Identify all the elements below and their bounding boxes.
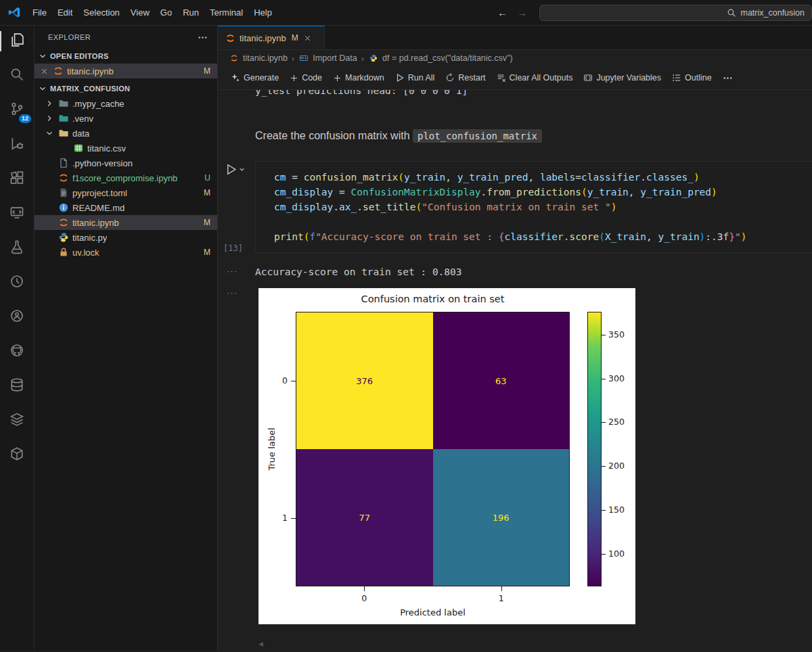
menu-terminal[interactable]: Terminal <box>204 5 248 20</box>
toolbar-generate-button[interactable]: Generate <box>226 70 284 85</box>
file-name: titanic.py <box>72 233 107 243</box>
menu-view[interactable]: View <box>125 5 155 20</box>
menu-run[interactable]: Run <box>177 5 204 20</box>
tree-item-uv-lock[interactable]: uv.lockM <box>35 245 217 260</box>
testing-icon[interactable] <box>0 239 34 257</box>
tab-titanic-ipynb[interactable]: titanic.ipynb M <box>218 26 325 49</box>
git-status-badge: M <box>204 218 210 227</box>
extensions-icon[interactable] <box>0 170 34 188</box>
chevron-down-icon <box>37 83 48 94</box>
workspace-header[interactable]: MATRIX_CONFUSION <box>35 81 217 96</box>
sidebar-title: EXPLORER <box>48 33 91 41</box>
forward-arrow-icon[interactable]: → <box>517 7 527 18</box>
previous-cell-output: y_test predictions head: [0 0 0 0 1] <box>255 90 812 99</box>
tree-item-f1score-compromise-ipynb[interactable]: f1score_compromise.ipynbU <box>35 170 217 185</box>
more-actions-icon[interactable] <box>197 32 208 43</box>
tree-item--python-version[interactable]: .python-version <box>35 156 217 170</box>
toolbar-more-button[interactable] <box>718 70 738 86</box>
toolbar-clear-all-outputs-button[interactable]: Clear All Outputs <box>492 70 578 85</box>
menu-help[interactable]: Help <box>248 5 277 20</box>
toolbar-outline-button[interactable]: Outline <box>667 70 717 85</box>
history-icon[interactable] <box>0 274 34 292</box>
tree-item-pyproject-toml[interactable]: pyproject.tomlM <box>35 185 217 200</box>
markdown-cell[interactable]: Create the confusion matrix with plot_co… <box>255 130 812 142</box>
explorer-sidebar: EXPLORER OPEN EDITORS titanic.ipynbM MAT… <box>35 26 218 651</box>
menu-selection[interactable]: Selection <box>78 5 125 20</box>
layers-icon[interactable] <box>0 412 34 429</box>
sparkle-icon <box>231 73 240 83</box>
open-editors-header[interactable]: OPEN EDITORS <box>35 49 217 64</box>
breadcrumb-label: titanic.ipynb <box>243 53 288 63</box>
breadcrumb-item[interactable]: titanic.ipynb <box>229 53 288 64</box>
open-editors-list: titanic.ipynbM <box>35 64 217 78</box>
close-icon[interactable] <box>302 32 313 43</box>
restart-icon <box>445 73 455 83</box>
toml-icon <box>58 187 69 198</box>
command-center-search[interactable]: matrix_confusion <box>539 5 812 21</box>
file-name: .venv <box>72 114 93 124</box>
explorer-icon[interactable] <box>0 32 34 50</box>
tree-item-titanic-ipynb[interactable]: titanic.ipynbM <box>35 215 217 230</box>
plus-icon <box>333 74 342 83</box>
code-editor[interactable]: cm = confusion_matrix(y_train, y_train_p… <box>255 161 812 253</box>
github-icon[interactable] <box>0 343 34 360</box>
x-tick <box>364 586 365 591</box>
colorbar-tick <box>602 379 606 379</box>
toolbar-markdown-button[interactable]: Markdown <box>328 70 389 85</box>
indent-spacer <box>44 202 55 213</box>
menu-go[interactable]: Go <box>155 5 177 20</box>
plus-icon <box>290 74 298 83</box>
open-editor-item[interactable]: titanic.ipynbM <box>35 64 217 78</box>
tree-item-data[interactable]: data <box>35 126 217 141</box>
database-icon[interactable] <box>0 377 34 395</box>
tree-item-readme-md[interactable]: README.md <box>35 200 217 215</box>
toolbar-button-label: Jupyter Variables <box>596 73 661 83</box>
tree-item-titanic-py[interactable]: titanic.py <box>35 230 217 245</box>
back-arrow-icon[interactable]: ← <box>497 7 508 18</box>
menu-edit[interactable]: Edit <box>52 5 78 20</box>
menu-file[interactable]: File <box>27 5 52 20</box>
tree-item--venv[interactable]: .venv <box>35 111 217 126</box>
confusion-matrix-plot: Confusion matrix on train set37663771960… <box>258 288 635 624</box>
jupyter-icon <box>53 66 64 76</box>
git-status-badge: U <box>204 173 210 183</box>
play-icon <box>395 73 405 83</box>
breadcrumb-label: df = pd.read_csv("data/titanic.csv") <box>382 53 513 63</box>
heatmap-cell: 63 <box>433 312 570 449</box>
tree-item--mypy-cache[interactable]: .mypy_cache <box>35 96 217 111</box>
menubar: FileEditSelectionViewGoRunTerminalHelp <box>27 5 277 20</box>
run-debug-icon[interactable] <box>0 136 34 154</box>
sidebar-title-row: EXPLORER <box>35 26 217 49</box>
toolbar-restart-button[interactable]: Restart <box>441 70 490 85</box>
code-line: cm_display = ConfusionMatrixDisplay.from… <box>274 185 812 200</box>
vscode-logo-icon <box>7 5 22 20</box>
toolbar-run-all-button[interactable]: Run All <box>390 70 440 85</box>
chevron-down-icon <box>44 128 55 139</box>
package-icon[interactable] <box>0 446 34 464</box>
breadcrumb-separator: › <box>361 53 364 64</box>
search-icon[interactable] <box>0 67 34 85</box>
breadcrumb-item[interactable]: df = pd.read_csv("data/titanic.csv") <box>368 53 513 64</box>
heatmap-cell: 196 <box>433 449 570 586</box>
x-tick-label: 0 <box>357 593 371 603</box>
toolbar-jupyter-variables-button[interactable]: Jupyter Variables <box>579 70 666 85</box>
code-line: cm = confusion_matrix(y_train, y_train_p… <box>274 170 812 185</box>
close-icon[interactable] <box>39 66 49 76</box>
colorbar <box>587 312 602 586</box>
output-options-icon[interactable]: ··· <box>218 266 255 276</box>
jupyter-icon <box>58 217 69 228</box>
horizontal-scroll-arrow-icon[interactable]: ◀ <box>258 641 263 647</box>
remote-icon[interactable] <box>0 205 34 223</box>
breadcrumb-item[interactable]: Import Data <box>298 53 357 64</box>
colorbar-tick-label: 200 <box>608 461 625 471</box>
git-status-badge: M <box>204 248 210 257</box>
tree-item-titanic-csv[interactable]: titanic.csv <box>35 141 217 156</box>
file-name: titanic.csv <box>87 143 126 154</box>
plot-output-row: ··· Confusion matrix on train set3766377… <box>218 288 812 624</box>
output-options-icon[interactable]: ··· <box>218 288 255 624</box>
colorbar-tick-label: 350 <box>608 329 625 340</box>
toolbar-code-button[interactable]: Code <box>285 70 327 85</box>
live-share-icon[interactable] <box>0 308 34 326</box>
source-control-icon[interactable]: 12 <box>0 101 34 119</box>
run-cell-button[interactable] <box>225 163 246 176</box>
